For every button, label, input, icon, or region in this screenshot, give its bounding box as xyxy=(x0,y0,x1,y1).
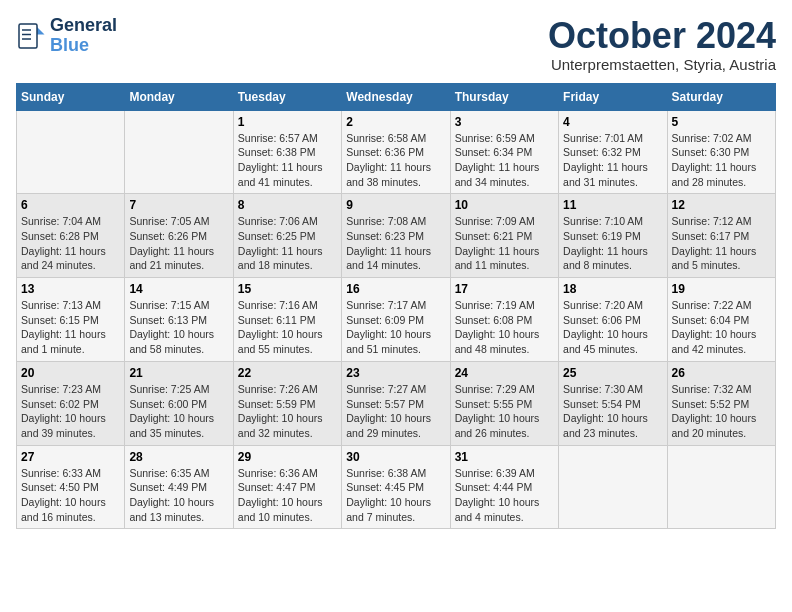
calendar-cell: 4Sunrise: 7:01 AMSunset: 6:32 PMDaylight… xyxy=(559,110,667,194)
logo-text: General Blue xyxy=(50,16,117,56)
day-number: 5 xyxy=(672,115,771,129)
logo-line1: General xyxy=(50,16,117,36)
day-info: Sunrise: 7:06 AMSunset: 6:25 PMDaylight:… xyxy=(238,214,337,273)
calendar-cell: 10Sunrise: 7:09 AMSunset: 6:21 PMDayligh… xyxy=(450,194,558,278)
day-number: 3 xyxy=(455,115,554,129)
calendar-cell: 25Sunrise: 7:30 AMSunset: 5:54 PMDayligh… xyxy=(559,361,667,445)
calendar-week-row: 27Sunrise: 6:33 AMSunset: 4:50 PMDayligh… xyxy=(17,445,776,529)
calendar-cell: 29Sunrise: 6:36 AMSunset: 4:47 PMDayligh… xyxy=(233,445,341,529)
calendar-cell: 24Sunrise: 7:29 AMSunset: 5:55 PMDayligh… xyxy=(450,361,558,445)
calendar-cell: 23Sunrise: 7:27 AMSunset: 5:57 PMDayligh… xyxy=(342,361,450,445)
calendar-cell: 27Sunrise: 6:33 AMSunset: 4:50 PMDayligh… xyxy=(17,445,125,529)
calendar-cell: 3Sunrise: 6:59 AMSunset: 6:34 PMDaylight… xyxy=(450,110,558,194)
calendar-week-row: 13Sunrise: 7:13 AMSunset: 6:15 PMDayligh… xyxy=(17,278,776,362)
day-info: Sunrise: 7:01 AMSunset: 6:32 PMDaylight:… xyxy=(563,131,662,190)
day-number: 28 xyxy=(129,450,228,464)
day-info: Sunrise: 6:57 AMSunset: 6:38 PMDaylight:… xyxy=(238,131,337,190)
day-info: Sunrise: 7:27 AMSunset: 5:57 PMDaylight:… xyxy=(346,382,445,441)
day-number: 19 xyxy=(672,282,771,296)
day-number: 8 xyxy=(238,198,337,212)
day-info: Sunrise: 7:23 AMSunset: 6:02 PMDaylight:… xyxy=(21,382,120,441)
day-number: 4 xyxy=(563,115,662,129)
day-number: 15 xyxy=(238,282,337,296)
day-number: 17 xyxy=(455,282,554,296)
calendar-cell: 22Sunrise: 7:26 AMSunset: 5:59 PMDayligh… xyxy=(233,361,341,445)
day-info: Sunrise: 7:12 AMSunset: 6:17 PMDaylight:… xyxy=(672,214,771,273)
logo: General Blue xyxy=(16,16,117,56)
day-info: Sunrise: 7:09 AMSunset: 6:21 PMDaylight:… xyxy=(455,214,554,273)
day-number: 2 xyxy=(346,115,445,129)
calendar-cell: 14Sunrise: 7:15 AMSunset: 6:13 PMDayligh… xyxy=(125,278,233,362)
day-number: 29 xyxy=(238,450,337,464)
column-header-friday: Friday xyxy=(559,83,667,110)
calendar-cell: 2Sunrise: 6:58 AMSunset: 6:36 PMDaylight… xyxy=(342,110,450,194)
day-number: 18 xyxy=(563,282,662,296)
day-info: Sunrise: 6:36 AMSunset: 4:47 PMDaylight:… xyxy=(238,466,337,525)
calendar-cell: 28Sunrise: 6:35 AMSunset: 4:49 PMDayligh… xyxy=(125,445,233,529)
day-number: 24 xyxy=(455,366,554,380)
calendar-cell: 26Sunrise: 7:32 AMSunset: 5:52 PMDayligh… xyxy=(667,361,775,445)
calendar-table: SundayMondayTuesdayWednesdayThursdayFrid… xyxy=(16,83,776,530)
calendar-cell: 15Sunrise: 7:16 AMSunset: 6:11 PMDayligh… xyxy=(233,278,341,362)
day-number: 7 xyxy=(129,198,228,212)
day-info: Sunrise: 6:58 AMSunset: 6:36 PMDaylight:… xyxy=(346,131,445,190)
day-info: Sunrise: 7:32 AMSunset: 5:52 PMDaylight:… xyxy=(672,382,771,441)
day-number: 1 xyxy=(238,115,337,129)
day-info: Sunrise: 6:38 AMSunset: 4:45 PMDaylight:… xyxy=(346,466,445,525)
calendar-cell: 21Sunrise: 7:25 AMSunset: 6:00 PMDayligh… xyxy=(125,361,233,445)
column-header-saturday: Saturday xyxy=(667,83,775,110)
day-info: Sunrise: 7:30 AMSunset: 5:54 PMDaylight:… xyxy=(563,382,662,441)
day-number: 30 xyxy=(346,450,445,464)
calendar-week-row: 20Sunrise: 7:23 AMSunset: 6:02 PMDayligh… xyxy=(17,361,776,445)
calendar-cell: 7Sunrise: 7:05 AMSunset: 6:26 PMDaylight… xyxy=(125,194,233,278)
calendar-cell: 11Sunrise: 7:10 AMSunset: 6:19 PMDayligh… xyxy=(559,194,667,278)
calendar-subtitle: Unterpremstaetten, Styria, Austria xyxy=(548,56,776,73)
calendar-cell: 16Sunrise: 7:17 AMSunset: 6:09 PMDayligh… xyxy=(342,278,450,362)
column-header-wednesday: Wednesday xyxy=(342,83,450,110)
calendar-cell: 18Sunrise: 7:20 AMSunset: 6:06 PMDayligh… xyxy=(559,278,667,362)
day-info: Sunrise: 7:16 AMSunset: 6:11 PMDaylight:… xyxy=(238,298,337,357)
day-info: Sunrise: 7:13 AMSunset: 6:15 PMDaylight:… xyxy=(21,298,120,357)
column-header-sunday: Sunday xyxy=(17,83,125,110)
day-number: 11 xyxy=(563,198,662,212)
day-number: 10 xyxy=(455,198,554,212)
day-number: 6 xyxy=(21,198,120,212)
calendar-cell xyxy=(667,445,775,529)
day-info: Sunrise: 7:15 AMSunset: 6:13 PMDaylight:… xyxy=(129,298,228,357)
calendar-cell xyxy=(17,110,125,194)
column-header-monday: Monday xyxy=(125,83,233,110)
calendar-cell: 30Sunrise: 6:38 AMSunset: 4:45 PMDayligh… xyxy=(342,445,450,529)
day-info: Sunrise: 7:19 AMSunset: 6:08 PMDaylight:… xyxy=(455,298,554,357)
day-info: Sunrise: 7:29 AMSunset: 5:55 PMDaylight:… xyxy=(455,382,554,441)
calendar-header-row: SundayMondayTuesdayWednesdayThursdayFrid… xyxy=(17,83,776,110)
logo-icon xyxy=(16,21,46,51)
calendar-cell: 9Sunrise: 7:08 AMSunset: 6:23 PMDaylight… xyxy=(342,194,450,278)
day-info: Sunrise: 7:10 AMSunset: 6:19 PMDaylight:… xyxy=(563,214,662,273)
day-number: 20 xyxy=(21,366,120,380)
calendar-cell: 13Sunrise: 7:13 AMSunset: 6:15 PMDayligh… xyxy=(17,278,125,362)
column-header-thursday: Thursday xyxy=(450,83,558,110)
calendar-cell: 20Sunrise: 7:23 AMSunset: 6:02 PMDayligh… xyxy=(17,361,125,445)
page-header: General Blue October 2024 Unterpremstaet… xyxy=(16,16,776,73)
day-info: Sunrise: 7:02 AMSunset: 6:30 PMDaylight:… xyxy=(672,131,771,190)
calendar-week-row: 1Sunrise: 6:57 AMSunset: 6:38 PMDaylight… xyxy=(17,110,776,194)
day-number: 21 xyxy=(129,366,228,380)
day-info: Sunrise: 7:04 AMSunset: 6:28 PMDaylight:… xyxy=(21,214,120,273)
calendar-body: 1Sunrise: 6:57 AMSunset: 6:38 PMDaylight… xyxy=(17,110,776,529)
day-info: Sunrise: 7:26 AMSunset: 5:59 PMDaylight:… xyxy=(238,382,337,441)
day-info: Sunrise: 7:17 AMSunset: 6:09 PMDaylight:… xyxy=(346,298,445,357)
day-number: 22 xyxy=(238,366,337,380)
day-number: 14 xyxy=(129,282,228,296)
day-number: 12 xyxy=(672,198,771,212)
day-number: 25 xyxy=(563,366,662,380)
day-info: Sunrise: 7:20 AMSunset: 6:06 PMDaylight:… xyxy=(563,298,662,357)
title-area: October 2024 Unterpremstaetten, Styria, … xyxy=(548,16,776,73)
day-number: 26 xyxy=(672,366,771,380)
column-header-tuesday: Tuesday xyxy=(233,83,341,110)
day-info: Sunrise: 6:59 AMSunset: 6:34 PMDaylight:… xyxy=(455,131,554,190)
day-number: 9 xyxy=(346,198,445,212)
calendar-cell: 5Sunrise: 7:02 AMSunset: 6:30 PMDaylight… xyxy=(667,110,775,194)
calendar-cell: 6Sunrise: 7:04 AMSunset: 6:28 PMDaylight… xyxy=(17,194,125,278)
day-info: Sunrise: 6:33 AMSunset: 4:50 PMDaylight:… xyxy=(21,466,120,525)
day-number: 23 xyxy=(346,366,445,380)
